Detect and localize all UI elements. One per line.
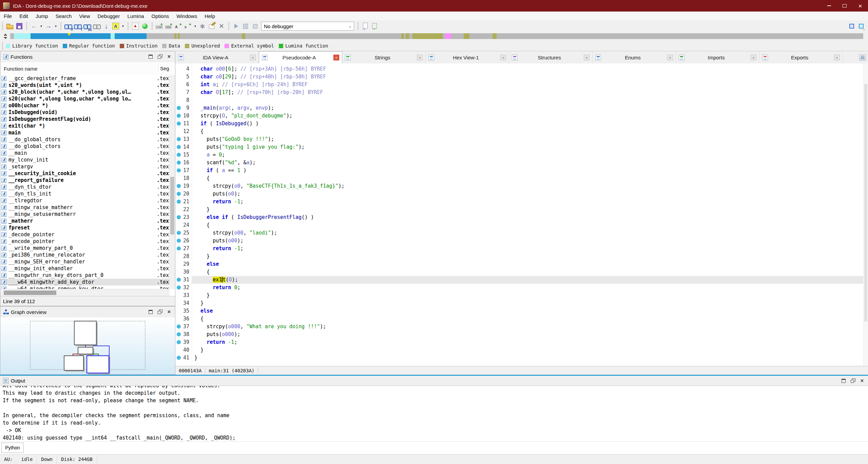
code-gutter[interactable]: 22 bbox=[175, 206, 192, 214]
code-line[interactable]: 12 { bbox=[175, 128, 868, 135]
close-tab-icon[interactable]: × bbox=[417, 55, 423, 60]
function-list-row[interactable]: fIsDebuggerPresentFlag(void).text bbox=[0, 116, 170, 123]
window-layout-icon-2[interactable] bbox=[857, 22, 866, 31]
code-line[interactable]: 15 a = 0; bbox=[175, 151, 868, 159]
maximize-panel-icon[interactable] bbox=[841, 378, 846, 383]
breakpoint-dot-icon[interactable] bbox=[177, 246, 181, 250]
search-text-icon[interactable]: T bbox=[73, 22, 82, 31]
code-line[interactable]: 41} bbox=[175, 354, 868, 362]
function-list-row[interactable]: fo00h(uchar *).text bbox=[0, 102, 170, 109]
function-list-row[interactable]: f___w64_mingwthr_add_key_dtor.text bbox=[0, 279, 170, 285]
code-line[interactable]: 6 int a; // [rsp+6Ch] [rbp-24h] BYREF bbox=[175, 81, 868, 89]
menu-lumina[interactable]: Lumina bbox=[123, 12, 148, 20]
code-line[interactable]: 11 if ( IsDebugged() ) bbox=[175, 120, 868, 128]
tab-hex-view-1[interactable]: Hex View-1× bbox=[426, 52, 509, 63]
code-line[interactable]: 19 strcpy(o0, "BaseCTF{Th1s_1s_a_fak3_f1… bbox=[175, 182, 868, 190]
menu-options[interactable]: Options bbox=[148, 12, 173, 20]
scrollbar-thumb[interactable] bbox=[170, 177, 174, 235]
code-line[interactable]: 36 { bbox=[175, 315, 868, 323]
breakpoint-dot-icon[interactable] bbox=[177, 278, 181, 282]
function-list-row[interactable]: fs20_words(uint *,uint *).text bbox=[0, 82, 170, 89]
jump-to-address-icon[interactable] bbox=[102, 22, 111, 31]
code-vertical-scrollbar[interactable] bbox=[863, 63, 868, 366]
close-tab-icon[interactable]: × bbox=[500, 55, 506, 60]
close-tab-icon[interactable]: × bbox=[667, 55, 673, 60]
function-list-row[interactable]: f__report_gsfailure.text bbox=[0, 177, 170, 184]
function-list-row[interactable]: f__mingw_raise_matherr.text bbox=[0, 204, 170, 211]
code-gutter[interactable]: 27 bbox=[175, 245, 192, 253]
make-data-icon[interactable]: data bbox=[165, 22, 173, 31]
output-titlebar[interactable]: Output × bbox=[0, 376, 868, 386]
float-panel-icon[interactable] bbox=[157, 54, 162, 59]
search-immediate-icon[interactable]: 101 bbox=[83, 22, 92, 31]
code-gutter[interactable]: 40 bbox=[175, 346, 192, 354]
breakpoint-dot-icon[interactable] bbox=[177, 215, 181, 219]
code-gutter[interactable]: 19 bbox=[175, 182, 192, 190]
menu-edit[interactable]: Edit bbox=[16, 12, 32, 20]
code-line[interactable]: 32 return 0; bbox=[175, 284, 868, 292]
problems-list-icon[interactable] bbox=[131, 22, 140, 31]
tab-pseudocode-a[interactable]: Pseudocode-A× bbox=[259, 51, 342, 63]
code-line[interactable]: 35 else bbox=[175, 307, 868, 315]
code-gutter[interactable]: 4 bbox=[175, 65, 192, 73]
code-gutter[interactable]: 37 bbox=[175, 323, 192, 331]
menu-jump[interactable]: Jump bbox=[32, 12, 52, 20]
code-line[interactable]: 30 { bbox=[175, 268, 868, 276]
code-gutter[interactable]: 13 bbox=[175, 135, 192, 143]
code-line[interactable]: 20 puts(o0); bbox=[175, 190, 868, 198]
code-gutter[interactable]: 41 bbox=[175, 354, 192, 362]
code-gutter[interactable]: 7 bbox=[175, 89, 192, 96]
maximize-icon[interactable] bbox=[837, 0, 852, 12]
code-line[interactable]: 23 else if ( IsDebuggerPresentFlag() ) bbox=[175, 214, 868, 221]
open-file-icon[interactable] bbox=[5, 22, 14, 31]
code-gutter[interactable]: 30 bbox=[175, 268, 192, 276]
menu-help[interactable]: Help bbox=[201, 12, 219, 20]
close-icon[interactable]: × bbox=[852, 0, 868, 12]
code-gutter[interactable]: 23 bbox=[175, 214, 192, 221]
code-line[interactable]: 21 return -1; bbox=[175, 198, 868, 206]
code-line[interactable]: 16 scanf("%d", &a); bbox=[175, 159, 868, 167]
function-list-row[interactable]: f_decode_pointer.text bbox=[0, 231, 170, 238]
function-list-row[interactable]: fs20_block(uchar *,uchar *,ulong long,ul… bbox=[0, 89, 170, 95]
debugger-pause-icon[interactable] bbox=[241, 22, 250, 31]
code-line[interactable]: 28 } bbox=[175, 253, 868, 260]
address-navigation-band[interactable] bbox=[10, 33, 863, 39]
code-gutter[interactable]: 16 bbox=[175, 159, 192, 167]
code-gutter[interactable]: 6 bbox=[175, 81, 192, 89]
python-interpreter-selector[interactable]: Python bbox=[1, 443, 24, 453]
function-list-row[interactable]: f__mingw_SEH_error_handler.text bbox=[0, 258, 170, 265]
function-list-row[interactable]: f__dyn_tls_dtor.text bbox=[0, 184, 170, 190]
graph-panel-titlebar[interactable]: Graph overview × bbox=[0, 307, 175, 318]
functions-panel-titlebar[interactable]: f Functions × bbox=[0, 51, 175, 62]
menu-windows[interactable]: Windows bbox=[173, 12, 201, 20]
code-gutter[interactable]: 35 bbox=[175, 307, 192, 315]
edit-text-icon[interactable] bbox=[208, 22, 216, 31]
code-line[interactable]: 13 puts("GoOoD boy !!!"); bbox=[175, 135, 868, 143]
make-string-icon[interactable]: s bbox=[184, 22, 192, 31]
tab-imports[interactable]: Imports× bbox=[676, 52, 759, 63]
function-list-row[interactable]: f_encode_pointer.text bbox=[0, 238, 170, 245]
code-gutter[interactable]: 11 bbox=[175, 120, 192, 128]
jump-by-name-icon[interactable] bbox=[111, 22, 120, 31]
breakpoint-dot-icon[interactable] bbox=[177, 114, 181, 118]
save-file-icon[interactable] bbox=[15, 22, 24, 31]
menu-view[interactable]: View bbox=[75, 12, 94, 20]
code-line[interactable]: 14 puts("typing 1 give you flag:"); bbox=[175, 143, 868, 151]
function-list-row[interactable]: f__mingw_setusermatherr.text bbox=[0, 211, 170, 218]
close-tab-icon[interactable]: × bbox=[333, 55, 339, 60]
graph-overview-canvas[interactable] bbox=[0, 317, 175, 374]
tab-ida-view-a[interactable]: IDA View-A× bbox=[175, 52, 259, 63]
code-line[interactable]: 25 strcpy(o00, "laodi"); bbox=[175, 229, 868, 237]
breakpoint-dot-icon[interactable] bbox=[177, 168, 181, 172]
function-list-row[interactable]: fex1t(char *).text bbox=[0, 123, 170, 129]
function-list-row[interactable]: f__gcc_deregister_frame.text bbox=[0, 75, 170, 82]
column-segment[interactable]: Seg bbox=[158, 65, 175, 73]
function-list-row[interactable]: f___w64_mingwthr_remove_key_dtor.text bbox=[0, 285, 170, 289]
function-list-row[interactable]: f__mingw_init_ehandler.text bbox=[0, 265, 170, 272]
code-gutter[interactable]: 8 bbox=[175, 96, 192, 104]
code-line[interactable]: 18 { bbox=[175, 174, 868, 182]
scrollbar-thumb[interactable] bbox=[4, 291, 56, 295]
debugger-select[interactable]: No debugger ⌄ bbox=[261, 22, 354, 31]
scrollbar-thumb[interactable] bbox=[864, 84, 867, 321]
python-console-input[interactable] bbox=[26, 443, 865, 453]
